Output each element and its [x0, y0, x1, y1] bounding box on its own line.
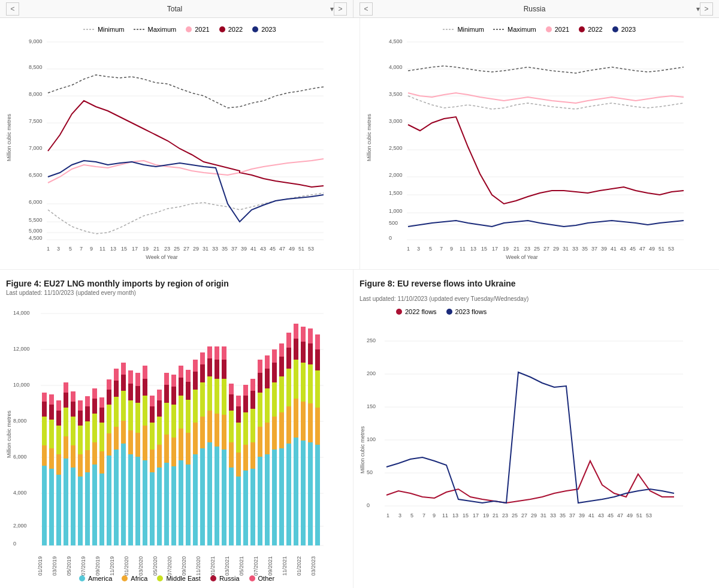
- svg-rect-213: [171, 438, 176, 466]
- svg-text:11: 11: [460, 246, 466, 252]
- svg-rect-311: [308, 328, 313, 343]
- svg-text:3,000: 3,000: [389, 118, 403, 124]
- total-y-axis-label: Million cubic metres: [6, 114, 12, 161]
- svg-text:11: 11: [99, 246, 105, 252]
- svg-rect-147: [78, 477, 83, 545]
- svg-rect-177: [121, 444, 126, 545]
- lng-chart-area: Million cubic metres 14,000 12,000 10,00…: [6, 299, 347, 570]
- svg-text:5: 5: [410, 512, 413, 518]
- svg-rect-166: [99, 397, 104, 408]
- svg-rect-149: [78, 426, 83, 454]
- svg-rect-155: [85, 406, 90, 421]
- svg-text:47: 47: [279, 246, 285, 252]
- svg-text:37: 37: [591, 246, 597, 252]
- svg-text:1: 1: [47, 246, 50, 252]
- svg-rect-129: [49, 420, 54, 448]
- total-prev-button[interactable]: <: [6, 2, 19, 16]
- total-next-button[interactable]: >: [334, 2, 347, 16]
- legend-america: America: [78, 575, 112, 582]
- lng-subtitle: Last updated: 11/10/2023 (updated every …: [6, 290, 347, 296]
- legend-maximum: Maximum: [134, 26, 177, 33]
- svg-text:200: 200: [367, 370, 376, 376]
- svg-text:1,500: 1,500: [389, 190, 403, 196]
- svg-rect-225: [186, 382, 191, 400]
- svg-text:23: 23: [164, 246, 170, 252]
- russia-prev-button[interactable]: <: [360, 2, 373, 16]
- svg-rect-262: [243, 471, 248, 545]
- svg-rect-211: [164, 373, 169, 385]
- ukraine-chart-area: Million cubic metres 250 200 150 100 50 …: [360, 318, 713, 582]
- svg-text:19: 19: [143, 246, 149, 252]
- svg-rect-153: [85, 450, 90, 472]
- svg-rect-304: [301, 363, 306, 402]
- svg-rect-194: [143, 396, 147, 426]
- legend-middle-east-label: Middle East: [166, 575, 200, 582]
- svg-text:09/2020: 09/2020: [181, 556, 187, 576]
- svg-rect-144: [71, 417, 75, 445]
- svg-rect-229: [193, 390, 198, 423]
- svg-rect-210: [164, 385, 169, 403]
- svg-text:17: 17: [492, 246, 498, 252]
- svg-rect-244: [215, 379, 219, 414]
- svg-rect-306: [301, 327, 306, 342]
- svg-rect-164: [99, 423, 104, 451]
- svg-rect-309: [308, 364, 313, 403]
- svg-text:Week of Year: Week of Year: [506, 254, 537, 260]
- svg-rect-294: [286, 369, 291, 406]
- svg-rect-241: [207, 346, 212, 358]
- svg-text:39: 39: [601, 246, 607, 252]
- svg-text:8,500: 8,500: [29, 64, 43, 70]
- svg-rect-230: [193, 372, 198, 390]
- svg-text:25: 25: [174, 246, 180, 252]
- svg-rect-255: [229, 394, 234, 411]
- svg-rect-168: [107, 433, 111, 456]
- svg-text:7,000: 7,000: [29, 145, 43, 151]
- svg-rect-208: [164, 435, 169, 463]
- svg-point-57: [612, 26, 618, 32]
- legend-other: Other: [249, 575, 275, 582]
- svg-text:27: 27: [183, 246, 189, 252]
- svg-rect-249: [222, 379, 226, 415]
- svg-rect-136: [56, 400, 61, 411]
- russia-next-button[interactable]: >: [700, 2, 713, 16]
- russia-chart-area: Million cubic metres 4,500 4,000 3,500 3…: [366, 36, 714, 240]
- svg-rect-256: [229, 384, 234, 394]
- svg-rect-176: [114, 369, 119, 381]
- svg-rect-223: [186, 433, 191, 465]
- svg-rect-219: [179, 396, 183, 429]
- svg-text:2,000: 2,000: [389, 172, 403, 178]
- svg-text:51: 51: [298, 246, 304, 252]
- svg-text:31: 31: [563, 246, 569, 252]
- svg-text:7: 7: [422, 512, 425, 518]
- svg-rect-231: [193, 360, 198, 372]
- svg-rect-190: [135, 386, 140, 403]
- svg-rect-200: [150, 406, 155, 423]
- legend-2022-flows: 2022 flows: [395, 308, 437, 315]
- svg-text:250: 250: [367, 337, 376, 343]
- svg-rect-197: [150, 472, 155, 545]
- svg-rect-243: [215, 414, 219, 447]
- svg-rect-140: [64, 393, 68, 408]
- bottom-row: Figure 4: EU27 LNG monthly imports by re…: [0, 270, 719, 588]
- svg-text:7: 7: [80, 246, 83, 252]
- svg-rect-222: [186, 465, 191, 545]
- russia-legend-2023: 2023: [612, 26, 636, 33]
- svg-text:53: 53: [668, 246, 674, 252]
- svg-text:07/2020: 07/2020: [167, 556, 173, 576]
- svg-rect-287: [279, 448, 284, 545]
- svg-rect-131: [49, 394, 54, 405]
- svg-text:51: 51: [636, 512, 642, 518]
- lng-legend: America Africa Middle East Russia Other: [6, 575, 347, 582]
- main-container: < Total ▾ > < Russia ▾ > Minimum Maximum: [0, 0, 719, 588]
- svg-rect-218: [179, 429, 183, 460]
- svg-point-337: [79, 575, 85, 581]
- svg-text:13: 13: [470, 246, 476, 252]
- svg-text:4,500: 4,500: [29, 235, 43, 241]
- russia-legend-2021: 2021: [545, 26, 569, 33]
- svg-text:39: 39: [241, 246, 247, 252]
- svg-text:29: 29: [193, 246, 199, 252]
- svg-rect-316: [315, 334, 320, 349]
- svg-rect-242: [215, 447, 219, 545]
- svg-text:15: 15: [481, 246, 487, 252]
- svg-text:12,000: 12,000: [13, 346, 30, 352]
